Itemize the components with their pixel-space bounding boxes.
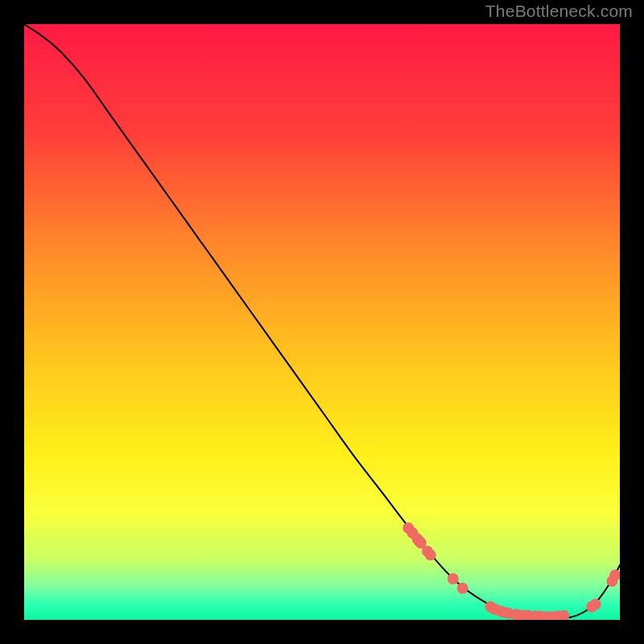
gpu-marker xyxy=(590,599,601,610)
bottleneck-curve-chart xyxy=(24,24,620,620)
gpu-marker xyxy=(425,549,436,560)
plot-area xyxy=(24,24,620,620)
gradient-background xyxy=(24,24,620,620)
gpu-marker xyxy=(457,583,469,594)
gpu-marker xyxy=(448,573,459,584)
attribution-text: TheBottleneck.com xyxy=(485,2,633,21)
chart-frame: TheBottleneck.com xyxy=(0,0,644,644)
